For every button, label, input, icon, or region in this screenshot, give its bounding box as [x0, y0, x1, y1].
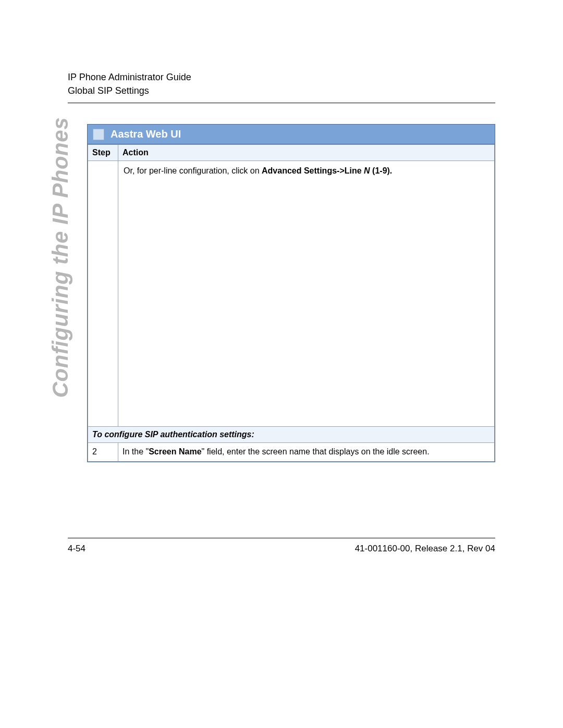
steps-table: Step Action Or, for per-line configurati… [88, 144, 495, 461]
table-row: Or, for per-line configuration, click on… [88, 161, 495, 427]
action-cell-2: In the "Screen Name" field, enter the sc… [118, 443, 495, 461]
aastra-web-ui-panel: Aastra Web UI Step Action Or, for per-li… [87, 124, 495, 462]
action-1-prefix: Or, for per-line configuration, click on [124, 166, 262, 175]
action-2-prefix: In the " [123, 447, 149, 456]
action-1-bold-2: (1-9). [370, 166, 393, 175]
action-2-bold: Screen Name [149, 447, 201, 456]
action-2-suffix: " field, enter the screen name that disp… [202, 447, 430, 456]
col-header-action: Action [118, 145, 495, 161]
chapter-side-label: Configuring the IP Phones [48, 117, 73, 398]
col-header-step: Step [88, 145, 118, 161]
action-1-bold-1: Advanced Settings->Line [262, 166, 364, 175]
page-footer: 4-54 41-001160-00, Release 2.1, Rev 04 [68, 538, 495, 554]
action-cell-1: Or, for per-line configuration, click on… [118, 161, 495, 427]
panel-title-bar: Aastra Web UI [88, 125, 495, 144]
table-header-row: Step Action [88, 145, 495, 161]
section-heading-row: To configure SIP authentication settings… [88, 427, 495, 443]
action-1-bold-italic: N [364, 166, 370, 175]
step-cell-empty [88, 161, 118, 427]
header-line-2: Global SIP Settings [68, 84, 495, 97]
table-row: 2 In the "Screen Name" field, enter the … [88, 443, 495, 461]
header-line-1: IP Phone Administrator Guide [68, 70, 495, 84]
page-header: IP Phone Administrator Guide Global SIP … [68, 70, 495, 103]
panel-title-icon [93, 129, 104, 140]
section-heading-cell: To configure SIP authentication settings… [88, 427, 495, 443]
panel-title-text: Aastra Web UI [111, 128, 181, 140]
step-cell-2: 2 [88, 443, 118, 461]
footer-page-number: 4-54 [68, 544, 85, 554]
footer-doc-id: 41-001160-00, Release 2.1, Rev 04 [355, 544, 495, 554]
